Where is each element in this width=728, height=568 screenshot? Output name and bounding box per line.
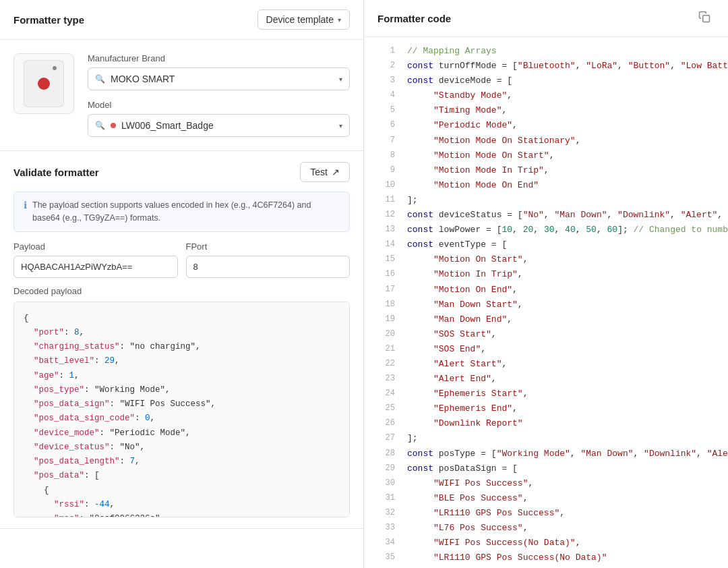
info-box: ℹ The payload section supports values en… bbox=[13, 192, 350, 232]
model-chevron-icon: ▾ bbox=[339, 122, 342, 130]
code-line-17: 17 "Motion On End", bbox=[364, 283, 728, 297]
code-line-8: 8 "Motion Mode On Start", bbox=[364, 148, 728, 163]
chevron-down-icon: ▾ bbox=[338, 16, 341, 24]
code-line-15: 15 "Motion On Start", bbox=[364, 252, 728, 267]
test-arrow-icon: ↗ bbox=[332, 167, 340, 177]
manufacturer-select[interactable]: 🔍 MOKO SMART ▾ bbox=[88, 67, 350, 90]
code-line-22: 22 "Alert Start", bbox=[364, 357, 728, 372]
code-line-23: 23 "Alert End", bbox=[364, 372, 728, 387]
fport-group: FPort bbox=[186, 242, 351, 278]
validate-title: Validate formatter bbox=[13, 167, 99, 178]
payload-label: Payload bbox=[13, 242, 178, 252]
code-line-5: 5 "Timing Mode", bbox=[364, 103, 728, 118]
manufacturer-value: MOKO SMART bbox=[111, 74, 334, 84]
manufacturer-field-group: Manufacturer Brand 🔍 MOKO SMART ▾ bbox=[88, 53, 350, 90]
code-line-12: 12 const deviceStatus = ["No", "Man Down… bbox=[364, 208, 728, 223]
code-line-6: 6 "Periodic Mode", bbox=[364, 118, 728, 133]
payload-row: Payload FPort bbox=[13, 242, 350, 278]
info-icon: ℹ bbox=[24, 200, 27, 210]
code-line-36: 36 ]; bbox=[364, 565, 728, 568]
device-led-small bbox=[53, 66, 57, 70]
code-line-25: 25 "Ephemeris End", bbox=[364, 401, 728, 416]
copy-icon bbox=[698, 11, 710, 23]
formatter-type-header: Formatter type Device template ▾ bbox=[0, 0, 363, 40]
code-line-31: 31 "BLE Pos Success", bbox=[364, 491, 728, 506]
model-value: LW006_Smart_Badge bbox=[121, 120, 334, 131]
code-line-20: 20 "SOS Start", bbox=[364, 327, 728, 342]
payload-input[interactable] bbox=[13, 256, 178, 278]
code-line-32: 32 "LR1110 GPS Pos Success", bbox=[364, 506, 728, 521]
code-line-33: 33 "L76 Pos Success", bbox=[364, 521, 728, 536]
formatter-type-label: Formatter type bbox=[13, 14, 84, 26]
info-text: The payload section supports values enco… bbox=[32, 199, 340, 225]
fport-input[interactable] bbox=[186, 256, 351, 278]
device-fields: Manufacturer Brand 🔍 MOKO SMART ▾ Model … bbox=[88, 53, 350, 137]
fport-label: FPort bbox=[186, 242, 351, 252]
model-label: Model bbox=[88, 100, 350, 110]
code-line-13: 13 const lowPower = [10, 20, 30, 40, 50,… bbox=[364, 223, 728, 237]
code-line-11: 11 ]; bbox=[364, 193, 728, 208]
code-line-26: 26 "Downlink Report" bbox=[364, 416, 728, 431]
code-editor: 1 // Mapping Arrays 2 const turnOffMode … bbox=[364, 37, 728, 568]
payload-group: Payload bbox=[13, 242, 178, 278]
validate-section: Validate formatter Test ↗ ℹ The payload … bbox=[0, 151, 363, 529]
code-line-9: 9 "Motion Mode In Trip", bbox=[364, 163, 728, 178]
code-line-3: 3 const deviceMode = [ bbox=[364, 74, 728, 88]
copy-button[interactable] bbox=[694, 9, 715, 27]
code-line-24: 24 "Ephemeris Start", bbox=[364, 387, 728, 401]
device-button bbox=[38, 78, 50, 90]
manufacturer-chevron-icon: ▾ bbox=[339, 76, 342, 83]
device-config: Manufacturer Brand 🔍 MOKO SMART ▾ Model … bbox=[0, 40, 363, 151]
formatter-code-label: Formatter code bbox=[377, 13, 451, 24]
model-dot-icon bbox=[111, 123, 116, 128]
device-thumbnail bbox=[24, 60, 64, 107]
device-image bbox=[13, 53, 74, 114]
code-line-10: 10 "Motion Mode On End" bbox=[364, 178, 728, 193]
decoded-label: Decoded payload bbox=[13, 286, 350, 296]
code-line-14: 14 const eventType = [ bbox=[364, 237, 728, 252]
code-line-35: 35 "LR1110 GPS Pos Success(No Data)" bbox=[364, 550, 728, 565]
validate-header: Validate formatter Test ↗ bbox=[13, 162, 350, 182]
code-line-34: 34 "WIFI Pos Success(No Data)", bbox=[364, 536, 728, 550]
device-template-label: Device template bbox=[266, 14, 334, 25]
model-search-icon: 🔍 bbox=[95, 121, 105, 130]
code-line-1: 1 // Mapping Arrays bbox=[364, 44, 728, 59]
code-line-21: 21 "SOS End", bbox=[364, 342, 728, 357]
manufacturer-label: Manufacturer Brand bbox=[88, 53, 350, 63]
code-line-28: 28 const posType = ["Working Mode", "Man… bbox=[364, 447, 728, 461]
code-line-30: 30 "WIFI Pos Success", bbox=[364, 476, 728, 491]
test-button[interactable]: Test ↗ bbox=[300, 162, 350, 182]
code-line-19: 19 "Man Down End", bbox=[364, 312, 728, 327]
model-select[interactable]: 🔍 LW006_Smart_Badge ▾ bbox=[88, 114, 350, 137]
code-line-27: 27 ]; bbox=[364, 431, 728, 446]
code-line-7: 7 "Motion Mode On Stationary", bbox=[364, 134, 728, 148]
svg-rect-0 bbox=[703, 16, 710, 22]
right-panel: Formatter code 1 // Mapping Arrays 2 con… bbox=[364, 0, 728, 568]
decoded-output: { "port": 8, "charging_status": "no char… bbox=[13, 302, 350, 517]
code-line-4: 4 "Standby Mode", bbox=[364, 88, 728, 103]
model-field-group: Model 🔍 LW006_Smart_Badge ▾ bbox=[88, 100, 350, 137]
test-label: Test bbox=[310, 167, 328, 177]
formatter-code-header: Formatter code bbox=[364, 0, 728, 37]
code-line-2: 2 const turnOffMode = ["Bluetooth", "LoR… bbox=[364, 59, 728, 74]
code-line-29: 29 const posDataSign = [ bbox=[364, 461, 728, 476]
code-line-16: 16 "Motion In Trip", bbox=[364, 267, 728, 282]
device-template-dropdown[interactable]: Device template ▾ bbox=[257, 9, 350, 30]
left-panel: Formatter type Device template ▾ Manufac… bbox=[0, 0, 364, 568]
search-icon: 🔍 bbox=[95, 74, 105, 84]
code-line-18: 18 "Man Down Start", bbox=[364, 297, 728, 312]
